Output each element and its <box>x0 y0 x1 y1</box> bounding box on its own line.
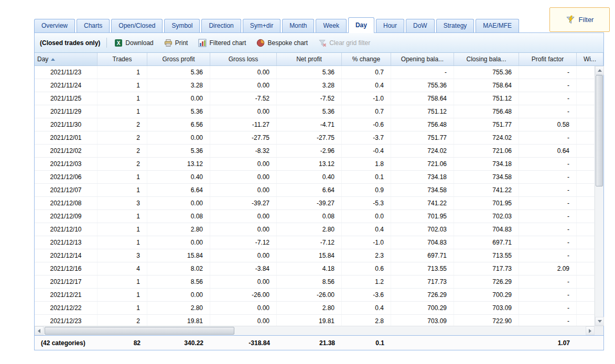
cell: 2.80 <box>147 302 210 314</box>
table-row[interactable]: 2021/12/0225.36-8.32-2.96-0.4724.02721.0… <box>35 145 595 158</box>
tab-week[interactable]: Week <box>316 19 346 32</box>
vertical-scroll-thumb[interactable] <box>596 75 603 186</box>
table-row[interactable]: 2021/12/14315.840.0015.842.3697.71713.55… <box>35 249 595 262</box>
footer-cell: 82 <box>98 336 147 350</box>
column-header-gross-loss[interactable]: Gross loss <box>210 53 277 65</box>
table-row[interactable]: 2021/12/1310.00-7.12-7.12-1.0704.83697.7… <box>35 236 595 249</box>
cell: -11.27 <box>210 118 277 131</box>
cell: 0.00 <box>210 79 277 92</box>
filtered-chart-button[interactable]: Filtered chart <box>196 37 248 49</box>
cell: -7.52 <box>277 92 342 105</box>
cell: 0.08 <box>277 210 342 223</box>
tab-direction[interactable]: Direction <box>201 19 241 32</box>
table-row[interactable]: 2021/12/0610.400.000.400.1734.18734.58- <box>35 171 595 184</box>
cell: 2021/12/03 <box>35 158 98 170</box>
filter-button[interactable]: Filter <box>549 7 610 32</box>
scroll-right-button[interactable] <box>586 326 595 335</box>
download-button[interactable]: XDownload <box>112 37 155 49</box>
print-button[interactable]: Print <box>162 37 190 49</box>
tab-bar: OverviewChartsOpen/ClosedSymbolDirection… <box>34 19 519 33</box>
tab-day[interactable]: Day <box>348 17 374 33</box>
cell: -39.27 <box>277 197 342 209</box>
column-header-wi[interactable]: Wi... <box>577 53 603 65</box>
cell: 2 <box>98 315 147 326</box>
grid-footer: (42 categories)82340.22-318.8421.380.11.… <box>35 335 603 350</box>
cell: 0.00 <box>147 197 210 209</box>
cell: 0.00 <box>210 302 277 314</box>
tab-mae-mfe[interactable]: MAE/MFE <box>476 19 519 32</box>
cell: 734.58 <box>391 184 454 196</box>
cell: 2.80 <box>277 302 342 314</box>
tab-hour[interactable]: Hour <box>376 19 404 32</box>
table-row[interactable]: 2021/12/0120.00-27.75-27.75-3.7751.77724… <box>35 131 595 145</box>
cell: 3 <box>98 197 147 209</box>
table-row[interactable]: 2021/12/03213.120.0013.121.8721.06734.18… <box>35 158 595 171</box>
cell: 15.84 <box>277 249 342 262</box>
cell <box>577 197 595 209</box>
bespoke-chart-button[interactable]: Bespoke chart <box>254 37 310 49</box>
cell <box>577 118 595 131</box>
filtered-chart-label: Filtered chart <box>209 39 246 47</box>
scroll-down-button[interactable] <box>595 317 604 326</box>
column-header-profit-factor[interactable]: Profit factor <box>519 53 577 65</box>
table-row[interactable]: 2021/11/2915.360.005.360.7751.12756.48- <box>35 105 595 118</box>
column-header-day[interactable]: Day <box>35 53 98 65</box>
cell: - <box>519 197 577 209</box>
horizontal-scroll-thumb[interactable] <box>45 327 234 335</box>
excel-icon: X <box>114 39 123 47</box>
cell: -0.4 <box>342 145 391 157</box>
cell: 1 <box>98 289 147 301</box>
horizontal-scrollbar[interactable] <box>35 326 603 335</box>
table-row[interactable]: 2021/12/0716.640.006.640.9734.58741.22- <box>35 184 595 197</box>
scroll-left-button[interactable] <box>35 326 44 335</box>
cell: -0.6 <box>342 118 391 131</box>
table-row[interactable]: 2021/12/1718.560.008.561.2717.73726.29- <box>35 275 595 289</box>
column-header-gross-profit[interactable]: Gross profit <box>147 53 210 65</box>
tab-symbol[interactable]: Symbol <box>164 19 200 32</box>
scroll-up-button[interactable] <box>595 66 604 75</box>
cell: 2021/11/23 <box>35 66 98 79</box>
cell <box>577 92 595 105</box>
tab-overview[interactable]: Overview <box>34 19 75 32</box>
horizontal-scroll-track[interactable] <box>44 326 586 335</box>
column-header-net-profit[interactable]: Net profit <box>277 53 342 65</box>
table-row[interactable]: 2021/12/2110.00-26.00-26.00-3.6726.29700… <box>35 289 595 302</box>
column-header-closing-bala[interactable]: Closing bala... <box>454 53 519 65</box>
column-header-opening-bala[interactable]: Opening bala... <box>391 53 454 65</box>
cell: 734.18 <box>391 171 454 183</box>
table-row[interactable]: 2021/12/0910.080.000.080.0701.95702.03- <box>35 210 595 223</box>
table-row[interactable]: 2021/11/2315.360.005.360.7-755.36- <box>35 66 595 79</box>
table-row[interactable]: 2021/12/1648.02-3.844.180.6713.55717.732… <box>35 262 595 275</box>
table-row[interactable]: 2021/11/2510.00-7.52-7.52-1.0758.64751.1… <box>35 92 595 105</box>
column-header-trades[interactable]: Trades <box>98 53 147 65</box>
cell: 704.83 <box>391 236 454 249</box>
table-row[interactable]: 2021/11/2413.280.003.280.4755.36758.64- <box>35 79 595 92</box>
tab-dow[interactable]: DoW <box>406 19 435 32</box>
vertical-scroll-track[interactable] <box>595 75 603 317</box>
vertical-scrollbar[interactable] <box>595 66 603 326</box>
tab-charts[interactable]: Charts <box>77 19 110 32</box>
cell: - <box>519 315 577 326</box>
column-header-change[interactable]: % change <box>342 53 391 65</box>
cell: 2.80 <box>147 223 210 236</box>
footer-cell: 1.07 <box>519 336 577 350</box>
cell: 5.36 <box>147 105 210 118</box>
table-row[interactable]: 2021/12/23219.810.0019.812.8703.09722.90… <box>35 315 595 326</box>
tab-month[interactable]: Month <box>282 19 314 32</box>
cell: 758.64 <box>454 79 519 92</box>
tab-strategy[interactable]: Strategy <box>436 19 474 32</box>
tab-open-closed[interactable]: Open/Closed <box>111 19 163 32</box>
table-row[interactable]: 2021/11/3026.56-11.27-4.71-0.6756.48751.… <box>35 118 595 131</box>
table-row[interactable]: 2021/12/1012.800.002.800.4702.03704.83- <box>35 223 595 236</box>
cell: 701.95 <box>391 210 454 223</box>
cell: 758.64 <box>391 92 454 105</box>
cell <box>577 210 595 223</box>
cell: 2021/11/24 <box>35 79 98 92</box>
column-header-label: Day <box>37 56 48 63</box>
cell: 721.06 <box>391 158 454 170</box>
table-row[interactable]: 2021/12/2212.800.002.800.4700.29703.09- <box>35 302 595 315</box>
table-row[interactable]: 2021/12/0830.00-39.27-39.27-5.3741.22701… <box>35 197 595 210</box>
cell: 0.58 <box>519 118 577 131</box>
cell: 0.00 <box>210 223 277 236</box>
tab-sym-dir[interactable]: Sym+dir <box>243 19 280 32</box>
